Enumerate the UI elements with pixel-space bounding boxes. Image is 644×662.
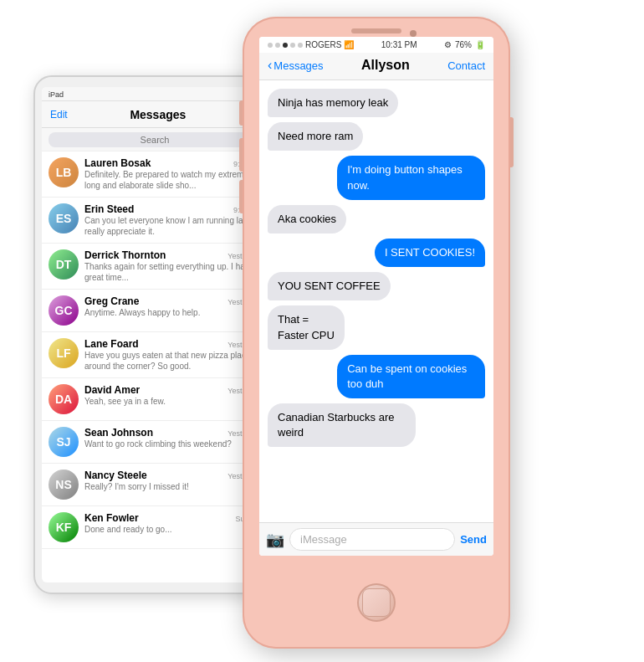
ipad-contact-name: Erin Steed	[84, 203, 134, 215]
ipad-contact-info: Derrick Thornton Yesterday Thanks again …	[84, 249, 261, 283]
back-button[interactable]: ‹ Messages	[268, 58, 324, 73]
iphone-status-bar: ROGERS 📶 10:31 PM ⚙ 76% 🔋	[259, 37, 493, 53]
message-bubble: Ninja has memory leak	[268, 89, 398, 117]
ipad-screen: iPad ▲ Edit Messages ✏ LB Lauren Bosak 9…	[42, 87, 268, 582]
signal-dot-5	[298, 43, 303, 48]
signal-dot-1	[268, 43, 273, 48]
iphone-home-area	[357, 556, 396, 649]
ipad-contact-preview: Yeah, see ya in a few.	[84, 396, 261, 407]
ipad-search-bar[interactable]	[42, 128, 268, 151]
ipad-contact-preview: Thanks again for setting everything up. …	[84, 261, 261, 283]
ipad-contact-item[interactable]: KF Ken Fowler Sunday Done and ready to g…	[42, 506, 268, 549]
iphone-device: ROGERS 📶 10:31 PM ⚙ 76% 🔋 ‹ Messages All…	[243, 17, 510, 649]
ipad-contact-preview: Have you guys eaten at that new pizza pl…	[84, 350, 261, 372]
home-button[interactable]	[357, 583, 396, 622]
ipad-contact-item[interactable]: LF Lane Foard Yesterday Have you guys ea…	[42, 332, 268, 378]
camera-icon[interactable]: 📷	[266, 531, 284, 549]
wifi-icon: 📶	[344, 40, 354, 49]
ipad-contact-list: LB Lauren Bosak 9:41 AM Definitely. Be p…	[42, 151, 268, 582]
ipad-contact-preview: Anytime. Always happy to help.	[84, 307, 261, 318]
message-bubble: I'm doing button shapes now.	[337, 156, 485, 199]
bluetooth-icon: ⚙	[444, 40, 452, 49]
status-time: 10:31 PM	[381, 40, 417, 49]
ipad-search-input[interactable]	[49, 132, 261, 147]
carrier-info: ROGERS 📶	[268, 40, 354, 49]
messages-list: Ninja has memory leakNeed more ramI'm do…	[259, 80, 493, 522]
ipad-contact-info: Ken Fowler Sunday Done and ready to go..…	[84, 512, 261, 535]
ipad-title: Messages	[130, 108, 186, 121]
ipad-contact-info: Greg Crane Yesterday Anytime. Always hap…	[84, 295, 261, 318]
message-bubble: Can be spent on cookies too duh	[337, 355, 485, 398]
home-button-inner	[362, 588, 391, 617]
signal-dot-4	[290, 43, 295, 48]
ipad-avatar: ES	[49, 203, 79, 233]
ipad-contact-name: Ken Fowler	[84, 512, 139, 524]
message-bubble: That = Faster CPU	[268, 305, 345, 349]
ipad-contact-info: Nancy Steele Yesterday Really? I'm sorry…	[84, 470, 261, 492]
ipad-avatar: KF	[49, 512, 79, 542]
message-bubble: YOU SENT COFFEE	[268, 272, 391, 300]
ipad-contact-info: Erin Steed 9:03 AM Can you let everyone …	[84, 203, 261, 237]
iphone-nav-bar: ‹ Messages Allyson Contact	[259, 53, 493, 80]
ipad-contact-item[interactable]: DT Derrick Thornton Yesterday Thanks aga…	[42, 244, 268, 290]
iphone-volume-up-button[interactable]	[239, 138, 243, 172]
back-label: Messages	[273, 59, 323, 72]
message-bubble: Aka cookies	[268, 205, 346, 233]
ipad-contact-item[interactable]: SJ Sean Johnson Yesterday Want to go roc…	[42, 421, 268, 464]
conversation-title: Allyson	[361, 58, 410, 73]
message-bubble: I SENT COOKIES!	[375, 239, 485, 267]
ipad-contact-preview: Can you let everyone know I am running l…	[84, 215, 261, 237]
iphone-speaker	[351, 28, 401, 33]
ipad-contact-name: David Amer	[84, 384, 140, 396]
ipad-contact-preview: Want to go rock climbing this weekend?	[84, 439, 261, 449]
iphone-screen: ROGERS 📶 10:31 PM ⚙ 76% 🔋 ‹ Messages All…	[259, 37, 493, 556]
ipad-contact-item[interactable]: DA David Amer Yesterday Yeah, see ya in …	[42, 378, 268, 421]
ipad-contact-item[interactable]: LB Lauren Bosak 9:41 AM Definitely. Be p…	[42, 151, 268, 198]
ipad-contact-info: Lane Foard Yesterday Have you guys eaten…	[84, 338, 261, 372]
iphone-camera	[410, 30, 417, 37]
ipad-avatar: DT	[49, 249, 79, 280]
ipad-status-bar: iPad ▲	[42, 87, 268, 101]
message-bubble: Canadian Starbucks are weird	[268, 403, 416, 447]
battery-percentage: 76%	[455, 40, 472, 49]
ipad-contact-preview: Done and ready to go...	[84, 524, 261, 535]
ipad-contact-preview: Definitely. Be prepared to watch my extr…	[84, 169, 261, 191]
ipad-messages-header: Edit Messages ✏	[42, 101, 268, 128]
signal-dot-2	[275, 43, 280, 48]
message-input-bar: 📷 iMessage Send	[259, 522, 493, 556]
ipad-contact-info: David Amer Yesterday Yeah, see ya in a f…	[84, 384, 261, 407]
ipad-contact-item[interactable]: NS Nancy Steele Yesterday Really? I'm so…	[42, 464, 268, 506]
ipad-contact-info: Sean Johnson Yesterday Want to go rock c…	[84, 427, 261, 449]
ipad-device-label: iPad	[49, 90, 64, 99]
send-button[interactable]: Send	[460, 533, 487, 546]
ipad-contact-name: Lane Foard	[84, 338, 139, 350]
iphone-volume-down-button[interactable]	[239, 180, 243, 213]
ipad-edit-button[interactable]: Edit	[50, 109, 68, 121]
ipad-contact-name: Nancy Steele	[84, 470, 147, 481]
message-input[interactable]: iMessage	[289, 528, 455, 551]
scene: iPad ▲ Edit Messages ✏ LB Lauren Bosak 9…	[0, 0, 644, 662]
back-arrow-icon: ‹	[268, 58, 272, 73]
ipad-contact-name: Lauren Bosak	[84, 157, 151, 169]
carrier-name: ROGERS	[305, 40, 341, 49]
ipad-avatar: LB	[49, 157, 79, 187]
message-bubble: Need more ram	[268, 122, 363, 151]
ipad-contact-preview: Really? I'm sorry I missed it!	[84, 481, 261, 492]
ipad-avatar: LF	[49, 338, 79, 368]
ipad-contact-item[interactable]: ES Erin Steed 9:03 AM Can you let everyo…	[42, 198, 268, 244]
contact-button[interactable]: Contact	[447, 59, 485, 72]
ipad-contact-info: Lauren Bosak 9:41 AM Definitely. Be prep…	[84, 157, 261, 191]
signal-dot-3	[283, 43, 288, 48]
ipad-contact-name: Greg Crane	[84, 295, 139, 307]
ipad-contact-name: Derrick Thornton	[84, 249, 166, 261]
status-right-icons: ⚙ 76% 🔋	[444, 40, 485, 49]
battery-icon: 🔋	[475, 40, 485, 49]
ipad-avatar: DA	[49, 384, 79, 414]
ipad-avatar: SJ	[49, 427, 79, 457]
ipad-avatar: NS	[49, 470, 79, 500]
ipad-contact-item[interactable]: GC Greg Crane Yesterday Anytime. Always …	[42, 290, 268, 332]
ipad-avatar: GC	[49, 295, 79, 326]
iphone-silent-button[interactable]	[239, 100, 243, 126]
ipad-contact-name: Sean Johnson	[84, 427, 153, 439]
iphone-power-button[interactable]	[510, 117, 514, 167]
